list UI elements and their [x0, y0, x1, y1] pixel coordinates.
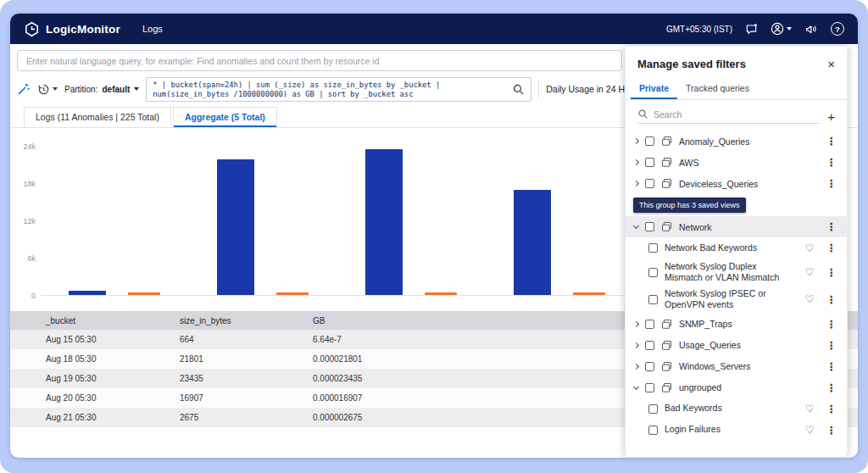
bar-gb-aug-15-05-30[interactable]	[128, 292, 160, 295]
checkbox[interactable]	[645, 222, 654, 231]
kebab-menu-icon[interactable]: ⋮	[826, 135, 837, 147]
panel-search-input[interactable]	[654, 109, 819, 120]
bar-gb-aug-19-05-30[interactable]	[425, 292, 457, 295]
kebab-menu-icon[interactable]: ⋮	[826, 177, 837, 190]
view-label: Network Syslog Duplex Mismatch or VLAN M…	[665, 259, 797, 286]
panel-title: Manage saved filters	[637, 58, 746, 70]
kebab-menu-icon[interactable]: ⋮	[826, 242, 837, 254]
favorite-icon[interactable]: ♡	[805, 293, 815, 305]
kebab-menu-icon[interactable]: ⋮	[826, 403, 837, 415]
filter-group-windows-servers[interactable]: Windows_Servers⋮	[626, 356, 847, 377]
partition-caret-icon	[134, 87, 139, 91]
filter-group-aws[interactable]: AWS⋮	[626, 152, 847, 173]
run-query-button[interactable]	[506, 83, 531, 96]
filter-group-network[interactable]: Network⋮	[626, 216, 847, 237]
bar-size-in-bytes-aug-18-05-30[interactable]	[217, 159, 254, 295]
tab-aggregate[interactable]: Aggregate (5 Total)	[173, 107, 277, 127]
close-icon[interactable]: ×	[827, 58, 835, 70]
account-icon[interactable]	[771, 22, 792, 36]
chevron-right-icon[interactable]	[633, 363, 639, 369]
table-cell: 23435	[180, 369, 313, 388]
query-history-button[interactable]	[37, 83, 58, 96]
logicmonitor-logo[interactable]: LogicMonitor	[24, 21, 120, 37]
kebab-menu-icon[interactable]: ⋮	[826, 293, 837, 306]
chevron-right-icon[interactable]	[633, 320, 639, 326]
group-icon	[661, 157, 672, 168]
tab-logs[interactable]: Logs (11 Anomalies | 225 Total)	[24, 107, 171, 127]
magic-wand-icon[interactable]	[17, 82, 31, 96]
partition-label: Partition:	[64, 85, 97, 94]
bar-gb-aug-20-05-30[interactable]	[573, 292, 605, 295]
column-header-bucket[interactable]: _bucket	[10, 311, 180, 330]
checkbox[interactable]	[645, 320, 654, 329]
checkbox[interactable]	[648, 404, 658, 414]
help-icon[interactable]: ?	[831, 22, 844, 36]
saved-query-chip[interactable]: Daily Usage in 24 H..	[546, 84, 630, 94]
chevron-down-icon[interactable]	[633, 223, 639, 229]
partition-value: default	[102, 85, 130, 94]
filter-group-ungrouped[interactable]: ungrouped⋮	[626, 377, 847, 398]
announcements-icon[interactable]	[804, 23, 818, 36]
add-filter-button[interactable]: +	[827, 109, 835, 124]
kebab-menu-icon[interactable]: ⋮	[826, 424, 837, 437]
kebab-menu-icon[interactable]: ⋮	[826, 156, 837, 169]
chevron-right-icon[interactable]	[633, 181, 639, 186]
checkbox[interactable]	[645, 383, 654, 392]
timezone-label[interactable]: GMT+05:30 (IST)	[666, 25, 732, 34]
group-label: Usage_Queries	[679, 340, 741, 350]
bar-size-in-bytes-aug-19-05-30[interactable]	[365, 149, 403, 295]
bar-size-in-bytes-aug-15-05-30[interactable]	[69, 291, 106, 295]
saved-view-network-syslog-ipsec-or-openvpn-events[interactable]: Network Syslog IPSEC or OpenVPN events♡⋮	[626, 286, 847, 313]
favorite-icon[interactable]: ♡	[805, 266, 815, 278]
checkbox[interactable]	[645, 341, 654, 350]
kebab-menu-icon[interactable]: ⋮	[826, 360, 837, 373]
bar-gb-aug-18-05-30[interactable]	[276, 292, 309, 295]
partition-selector[interactable]: Partition: default	[64, 85, 139, 94]
filter-group-usage-queries[interactable]: Usage_Queries⋮	[626, 335, 847, 356]
query-editor[interactable]: * | bucket(span=24h) | sum (_size) as si…	[146, 77, 531, 102]
notifications-icon[interactable]	[745, 23, 758, 36]
panel-tabs: PrivateTracked queries	[626, 78, 847, 100]
filter-group-deviceless-queries[interactable]: Deviceless_Queries⋮	[626, 173, 847, 194]
saved-view-network-syslog-duplex-mismatch-or-vlan-mismatch[interactable]: Network Syslog Duplex Mismatch or VLAN M…	[626, 259, 847, 286]
checkbox[interactable]	[645, 158, 654, 167]
y-axis-tick: 6k	[10, 254, 36, 263]
kebab-menu-icon[interactable]: ⋮	[826, 220, 837, 233]
checkbox[interactable]	[645, 179, 654, 188]
chevron-right-icon[interactable]	[633, 138, 639, 144]
panel-tab-private[interactable]: Private	[631, 78, 677, 99]
kebab-menu-icon[interactable]: ⋮	[826, 339, 837, 352]
checkbox[interactable]	[648, 268, 658, 277]
favorite-icon[interactable]: ♡	[805, 242, 815, 254]
kebab-menu-icon[interactable]: ⋮	[826, 381, 837, 394]
chevron-right-icon[interactable]	[633, 342, 639, 348]
group-views-tooltip: This group has 3 saved views	[633, 198, 746, 213]
nl-query-input[interactable]	[17, 50, 622, 71]
chevron-down-icon[interactable]	[633, 383, 639, 389]
kebab-menu-icon[interactable]: ⋮	[826, 318, 837, 331]
checkbox[interactable]	[648, 243, 658, 253]
favorite-icon[interactable]: ♡	[805, 403, 815, 415]
favorite-icon[interactable]: ♡	[805, 424, 815, 436]
checkbox[interactable]	[645, 136, 654, 146]
saved-view-login-failures[interactable]: Login Failures♡⋮	[626, 420, 847, 441]
bar-group-aug-20-05-30	[485, 147, 633, 295]
saved-view-bad-keywords[interactable]: Bad Keywords♡⋮	[626, 398, 847, 420]
filter-group-anomaly-queries[interactable]: Anomaly_Queries⋮	[626, 131, 847, 152]
query-text[interactable]: * | bucket(span=24h) | sum (_size) as si…	[147, 78, 506, 101]
filter-group-snmp-traps[interactable]: SNMP_Traps⋮	[626, 314, 847, 335]
group-label: Windows_Servers	[679, 361, 751, 371]
checkbox[interactable]	[648, 426, 658, 435]
panel-tab-tracked-queries[interactable]: Tracked queries	[677, 78, 758, 99]
table-cell: Aug 21 05:30	[10, 408, 180, 427]
y-axis-tick: 18k	[10, 180, 36, 188]
column-header-size-in-bytes[interactable]: size_in_bytes	[180, 311, 313, 330]
nav-item-logs[interactable]: Logs	[142, 24, 163, 34]
chevron-right-icon[interactable]	[633, 159, 639, 165]
kebab-menu-icon[interactable]: ⋮	[826, 266, 837, 279]
checkbox[interactable]	[648, 295, 658, 304]
saved-view-network-bad-keywords[interactable]: Network Bad Keywords♡⋮	[626, 237, 847, 259]
bar-size-in-bytes-aug-20-05-30[interactable]	[514, 190, 551, 295]
checkbox[interactable]	[645, 362, 654, 371]
panel-search-field[interactable]	[637, 109, 819, 124]
